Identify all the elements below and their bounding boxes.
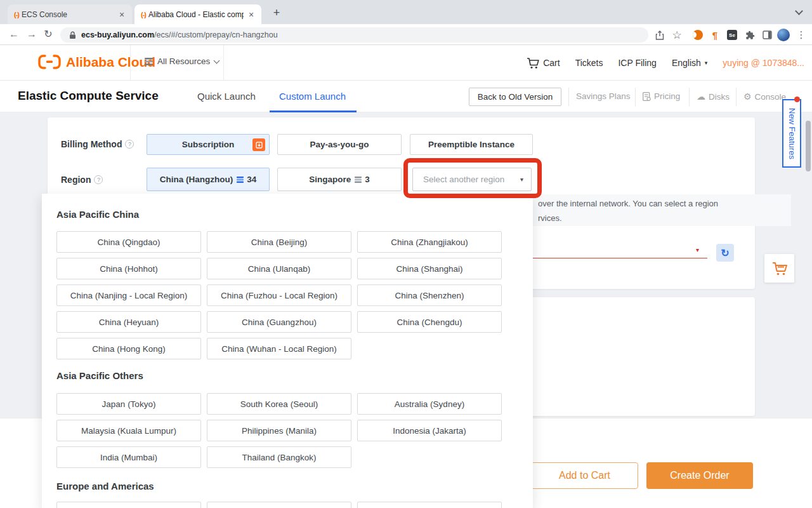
back-icon[interactable]: ←: [6, 27, 22, 42]
tab-quick-launch[interactable]: Quick Launch: [197, 91, 256, 102]
region-option-button[interactable]: China (Wuhan - Local Region): [207, 338, 351, 359]
profile-avatar[interactable]: [777, 29, 790, 41]
tickets-label: Tickets: [575, 58, 603, 68]
region-option-button[interactable]: India (Mumbai): [56, 446, 201, 468]
region-option-button[interactable]: China (Hong Kong): [56, 338, 201, 359]
region-option-button[interactable]: China (Shanghai): [357, 258, 502, 279]
account-label: yuying @ 1073848...: [723, 58, 804, 68]
tab-close-icon[interactable]: ×: [246, 10, 256, 20]
side-panel-icon[interactable]: [761, 29, 773, 41]
region-option-button[interactable]: China (Beijing): [207, 231, 351, 253]
back-to-old-version-button[interactable]: Back to Old Version: [469, 88, 561, 106]
region-option-button[interactable]: China (Heyuan): [56, 311, 201, 333]
region-option-button[interactable]: Australia (Sydney): [357, 393, 502, 415]
region-grid-asia-pacific-china: China (Qingdao)China (Beijing)China (Zha…: [56, 231, 502, 359]
region-option-button[interactable]: China (Shenzhen): [357, 284, 502, 306]
savings-plans-link[interactable]: Savings Plans: [576, 91, 631, 101]
new-tab-button[interactable]: +: [269, 6, 284, 21]
share-icon[interactable]: [653, 29, 666, 41]
refresh-button[interactable]: ↻: [716, 244, 734, 262]
browser-toolbar: ← → ↻ ecs-buy.aliyun.com/ecs/#/custom/pr…: [0, 24, 812, 45]
browser-tab-ecs-console[interactable]: (-) ECS Console ×: [8, 4, 132, 24]
tab-close-icon[interactable]: ×: [117, 10, 127, 20]
region-label: Region ?: [61, 175, 103, 185]
page-title: Elastic Compute Service: [18, 89, 159, 103]
region-option-button[interactable]: China (Guangzhou): [207, 311, 351, 333]
help-icon[interactable]: ?: [125, 140, 134, 149]
account-name[interactable]: yuying @ 1073848...: [723, 58, 804, 68]
cart-icon: [771, 261, 788, 276]
browser-menu-kebab-icon[interactable]: ⋮: [795, 29, 808, 41]
bookmark-star-icon[interactable]: ☆: [671, 29, 683, 41]
reload-icon[interactable]: ↻: [41, 27, 56, 42]
section-title-asia-pacific-others: Asia Pacific Others: [56, 370, 143, 381]
region-option-button[interactable]: Indonesia (Jakarta): [357, 420, 502, 441]
service-subheader: Elastic Compute Service Quick Launch Cus…: [0, 81, 812, 112]
region-option-button[interactable]: China (Nanjing - Local Region): [56, 284, 201, 306]
language-selector[interactable]: English ▾: [672, 58, 707, 68]
region-option-button[interactable]: China (Hohhot): [56, 258, 201, 279]
language-label: English: [672, 58, 701, 68]
all-resources-selector[interactable]: All Resources: [145, 57, 219, 66]
add-to-cart-button[interactable]: Add to Cart: [531, 462, 638, 489]
disks-cloud-icon: ☁: [697, 91, 705, 102]
forward-icon[interactable]: →: [24, 27, 39, 42]
console-link[interactable]: ⚙ Console: [743, 91, 786, 102]
region-option-button[interactable]: Thailand (Bangkok): [207, 446, 351, 468]
header-cart-link[interactable]: Cart: [527, 57, 560, 69]
address-bar[interactable]: ecs-buy.aliyun.com/ecs/#/custom/prepay/c…: [60, 27, 648, 43]
instance-stack-icon: [237, 177, 244, 183]
region-option-button[interactable]: Malaysia (Kuala Lumpur): [56, 420, 201, 441]
header-icp-filing-link[interactable]: ICP Filing: [618, 58, 656, 68]
new-features-tab[interactable]: New Features: [782, 99, 801, 168]
region-option-button[interactable]: China (Zhangjiakou): [357, 231, 502, 253]
region-option-button[interactable]: China (Qingdao): [56, 231, 201, 253]
region-option-button[interactable]: [207, 502, 351, 508]
billing-option-label: Preemptible Instance: [428, 140, 514, 149]
extensions-puzzle-icon[interactable]: [743, 29, 756, 41]
disks-link[interactable]: ☁ Disks: [697, 91, 730, 102]
floating-cart-button[interactable]: [764, 254, 794, 283]
subheader-separator: [736, 88, 737, 106]
disks-label: Disks: [709, 92, 730, 102]
url-path: /ecs/#/custom/prepay/cn-hangzhou: [154, 30, 278, 39]
tab-list-chevron-icon[interactable]: [795, 7, 803, 15]
billing-option-preemptible[interactable]: Preemptible Instance: [410, 134, 533, 155]
extension-selenium-icon[interactable]: Se: [726, 29, 738, 41]
extension-orange-icon[interactable]: [691, 29, 704, 41]
header-divider: [130, 45, 131, 81]
region-option-button[interactable]: Japan (Tokyo): [56, 393, 201, 415]
billing-option-pay-as-you-go[interactable]: Pay-as-you-go: [277, 134, 402, 155]
region-option-label: China (Hangzhou): [160, 175, 233, 184]
region-option-button[interactable]: China (Chengdu): [357, 311, 502, 333]
extension-pilcrow-icon[interactable]: ¶: [709, 29, 721, 41]
pricing-link[interactable]: Pricing: [643, 91, 680, 101]
cart-icon: [527, 57, 539, 69]
alibaba-favicon-icon: (-): [14, 11, 19, 18]
region-info-text: over the internal network. You can selec…: [538, 199, 718, 208]
logo-text: Alibaba Cloud: [66, 55, 155, 70]
all-resources-label: All Resources: [157, 57, 210, 66]
region-option-button[interactable]: South Korea (Seoul): [207, 393, 351, 415]
region-option-button[interactable]: China (Ulanqab): [207, 258, 351, 279]
header-divider: [223, 45, 224, 81]
region-option-button[interactable]: Philippines (Manila): [207, 420, 351, 441]
browser-tab-active[interactable]: (-) Alibaba Cloud - Elastic comput ×: [134, 4, 261, 24]
alibaba-cloud-logo[interactable]: Alibaba Cloud: [38, 54, 155, 70]
region-option-singapore[interactable]: Singapore 3: [277, 168, 402, 191]
region-option-button[interactable]: China (Fuzhou - Local Region): [207, 284, 351, 306]
billing-method-label: Billing Method ?: [61, 139, 134, 149]
help-icon[interactable]: ?: [94, 175, 103, 184]
tab-title: Alibaba Cloud - Elastic comput: [148, 10, 244, 19]
page-scrollbar[interactable]: [806, 121, 811, 171]
subheader-separator: [568, 88, 569, 106]
region-option-button[interactable]: [357, 502, 502, 508]
region-option-button[interactable]: [56, 502, 201, 508]
billing-option-subscription[interactable]: Subscription: [147, 134, 270, 155]
header-tickets-link[interactable]: Tickets: [575, 58, 603, 68]
tab-custom-launch[interactable]: Custom Launch: [279, 91, 346, 102]
create-order-button[interactable]: Create Order: [646, 462, 753, 489]
region-option-hangzhou[interactable]: China (Hangzhou) 34: [147, 168, 270, 191]
select-another-region-dropdown[interactable]: Select another region ▾: [412, 168, 532, 191]
billing-option-label: Subscription: [182, 140, 235, 149]
